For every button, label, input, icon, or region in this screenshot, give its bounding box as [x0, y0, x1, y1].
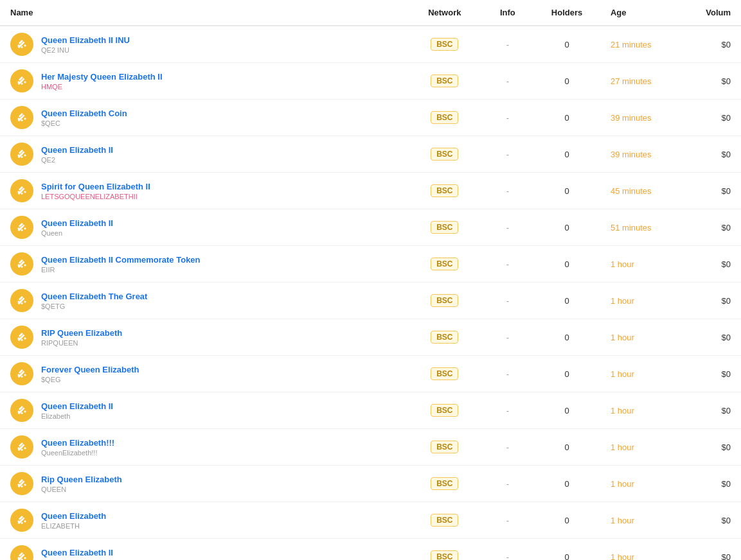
token-symbol: Queen: [41, 229, 113, 237]
token-name-link[interactable]: Spirit for Queen Elizabeth II: [41, 182, 150, 191]
col-name[interactable]: Name: [0, 0, 407, 26]
network-badge[interactable]: BSC: [431, 148, 458, 161]
network-badge[interactable]: BSC: [431, 367, 458, 380]
token-name-link[interactable]: Queen Elizabeth II Commemorate Token: [41, 255, 201, 265]
token-volume-cell: $0: [674, 356, 741, 392]
network-badge[interactable]: BSC: [431, 294, 458, 307]
token-name-link[interactable]: Rip Queen Elizabeth: [41, 475, 122, 484]
token-icon: [10, 545, 33, 560]
info-value: -: [506, 296, 509, 306]
token-volume-cell: $0: [674, 209, 741, 246]
volume-value: $0: [722, 552, 731, 561]
age-value: 1 hour: [611, 442, 634, 452]
volume-value: $0: [722, 76, 731, 86]
token-network-cell: BSC: [407, 100, 481, 136]
token-info: Queen Elizabeth II Commemorate Token EII…: [41, 255, 201, 274]
col-age[interactable]: Age: [600, 0, 674, 26]
token-symbol: LETSGOQUEENELIZABETHII: [41, 193, 150, 200]
token-age-cell: 1 hour: [600, 429, 674, 466]
network-badge[interactable]: BSC: [431, 38, 458, 51]
token-cell: Queen Elizabeth Coin $QEC: [10, 106, 397, 129]
token-network-cell: BSC: [407, 319, 481, 356]
token-name-link[interactable]: Queen Elizabeth The Great: [41, 292, 147, 301]
token-network-cell: BSC: [407, 356, 481, 392]
token-age-cell: 51 minutes: [600, 209, 674, 246]
network-badge[interactable]: BSC: [431, 74, 458, 87]
col-info[interactable]: Info: [481, 0, 533, 26]
network-badge[interactable]: BSC: [431, 477, 458, 490]
token-symbol: $QETG: [41, 302, 147, 310]
info-value: -: [506, 223, 509, 232]
token-name-link[interactable]: Queen Elizabeth II: [41, 401, 113, 411]
volume-value: $0: [722, 479, 731, 489]
token-name-link[interactable]: Queen Elizabeth II INU: [41, 35, 130, 45]
token-age-cell: 21 minutes: [600, 26, 674, 63]
network-badge[interactable]: BSC: [431, 221, 458, 234]
holders-value: 0: [564, 406, 569, 416]
holders-value: 0: [564, 296, 569, 306]
volume-value: $0: [722, 223, 731, 232]
col-volume[interactable]: Volum: [674, 0, 741, 26]
token-name-link[interactable]: RIP Queen Elizabeth: [41, 328, 122, 338]
token-name-link[interactable]: Queen Elizabeth II: [41, 548, 113, 557]
token-cell: Queen Elizabeth II QE: [10, 545, 397, 560]
token-network-cell: BSC: [407, 173, 481, 209]
token-info-cell: -: [481, 173, 533, 209]
token-holders-cell: 0: [533, 429, 600, 466]
token-name-link[interactable]: Queen Elizabeth: [41, 511, 106, 521]
token-icon: [10, 69, 33, 92]
token-volume-cell: $0: [674, 63, 741, 100]
token-name-link[interactable]: Queen Elizabeth II: [41, 218, 113, 228]
volume-value: $0: [722, 150, 731, 159]
network-badge[interactable]: BSC: [431, 550, 458, 560]
info-value: -: [506, 552, 509, 561]
token-name-link[interactable]: Queen Elizabeth!!!: [41, 438, 114, 448]
network-badge[interactable]: BSC: [431, 514, 458, 527]
token-holders-cell: 0: [533, 63, 600, 100]
network-badge[interactable]: BSC: [431, 111, 458, 124]
token-info: Forever Queen Elizabeth $QEG: [41, 365, 139, 383]
token-info-cell: -: [481, 539, 533, 561]
token-holders-cell: 0: [533, 356, 600, 392]
col-holders[interactable]: Holders: [533, 0, 600, 26]
network-badge[interactable]: BSC: [431, 404, 458, 417]
table-row: Queen Elizabeth ELIZABETH BSC-01 hour$0: [0, 502, 741, 539]
info-value: -: [506, 479, 509, 489]
col-network[interactable]: Network: [407, 0, 481, 26]
token-icon: [10, 399, 33, 422]
token-name-cell: Queen Elizabeth II Queen: [0, 209, 407, 246]
network-badge[interactable]: BSC: [431, 441, 458, 453]
token-info: Queen Elizabeth!!! QueenElizabeth!!!: [41, 438, 114, 457]
age-value: 1 hour: [611, 333, 634, 342]
info-value: -: [506, 442, 509, 452]
network-badge[interactable]: BSC: [431, 258, 458, 270]
token-holders-cell: 0: [533, 466, 600, 502]
token-name-cell: Queen Elizabeth II QE2: [0, 136, 407, 173]
token-name-link[interactable]: Queen Elizabeth II: [41, 145, 113, 155]
token-info: Spirit for Queen Elizabeth II LETSGOQUEE…: [41, 182, 150, 200]
token-network-cell: BSC: [407, 392, 481, 429]
table-row: Queen Elizabeth II Queen BSC-051 minutes…: [0, 209, 741, 246]
info-value: -: [506, 333, 509, 342]
network-badge[interactable]: BSC: [431, 331, 458, 344]
network-badge[interactable]: BSC: [431, 184, 458, 197]
token-name-link[interactable]: Queen Elizabeth Coin: [41, 109, 127, 118]
token-cell: Queen Elizabeth II Queen: [10, 216, 397, 239]
volume-value: $0: [722, 516, 731, 525]
table-row: Queen Elizabeth Coin $QEC BSC-039 minute…: [0, 100, 741, 136]
token-volume-cell: $0: [674, 466, 741, 502]
token-name-cell: Queen Elizabeth II Elizabeth: [0, 392, 407, 429]
token-name-cell: Queen Elizabeth ELIZABETH: [0, 502, 407, 539]
token-cell: Her Majesty Queen Elizabeth II HMQE: [10, 69, 397, 92]
info-value: -: [506, 40, 509, 49]
table-header-row: Name Network Info Holders Age Volum: [0, 0, 741, 26]
volume-value: $0: [722, 296, 731, 306]
volume-value: $0: [722, 442, 731, 452]
table-row: Queen Elizabeth II QE BSC-01 hour$0: [0, 539, 741, 561]
token-name-link[interactable]: Forever Queen Elizabeth: [41, 365, 139, 374]
holders-value: 0: [564, 259, 569, 269]
token-symbol: QueenElizabeth!!!: [41, 449, 114, 457]
token-name-link[interactable]: Her Majesty Queen Elizabeth II: [41, 72, 163, 82]
token-icon: [10, 326, 33, 349]
token-cell: Queen Elizabeth ELIZABETH: [10, 509, 397, 532]
